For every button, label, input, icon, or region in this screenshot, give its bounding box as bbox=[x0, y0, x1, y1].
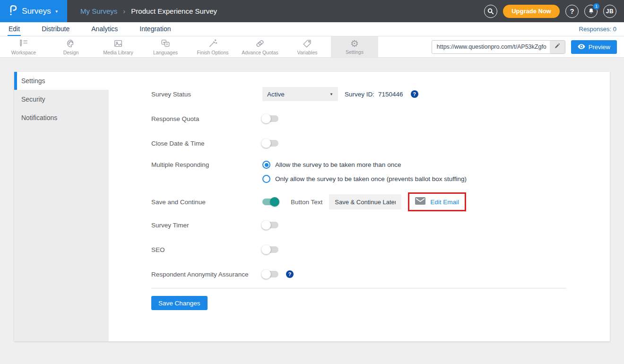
search-button[interactable] bbox=[484, 5, 497, 18]
toggle-knob bbox=[261, 220, 271, 230]
svg-text:A: A bbox=[166, 42, 168, 46]
toolbar-item-languages[interactable]: ★ A Languages bbox=[142, 36, 189, 57]
sidebar-item-settings[interactable]: Settings bbox=[14, 72, 109, 90]
account-avatar[interactable]: JB bbox=[603, 5, 616, 18]
palette-icon bbox=[66, 38, 76, 49]
sidebar-item-notifications[interactable]: Notifications bbox=[14, 108, 109, 127]
survey-status-label: Survey Status bbox=[151, 91, 262, 98]
app-header: Surveys ▼ My Surveys › Product Experienc… bbox=[0, 0, 624, 22]
breadcrumb-my-surveys[interactable]: My Surveys bbox=[80, 7, 117, 15]
survey-id-value: 7150446 bbox=[378, 91, 403, 98]
brand-menu[interactable]: Surveys ▼ bbox=[0, 0, 67, 22]
close-date-time-toggle[interactable] bbox=[262, 140, 278, 147]
tab-analytics[interactable]: Analytics bbox=[90, 22, 119, 36]
breadcrumb-separator: › bbox=[123, 7, 125, 15]
responses-count: Responses: 0 bbox=[579, 22, 617, 36]
toggle-knob bbox=[261, 269, 271, 279]
survey-status-select[interactable]: Active ▼ bbox=[262, 87, 338, 101]
settings-sidebar: Settings Security Notifications bbox=[14, 72, 109, 341]
search-icon bbox=[487, 8, 494, 15]
notifications-button[interactable]: 1 bbox=[584, 5, 598, 18]
close-date-time-label: Close Date & Time bbox=[151, 140, 262, 147]
survey-timer-toggle[interactable] bbox=[262, 222, 278, 228]
header-actions: Upgrade Now ? 1 JB bbox=[484, 0, 624, 22]
tab-edit[interactable]: Edit bbox=[8, 22, 21, 36]
sidebar-item-security[interactable]: Security bbox=[14, 90, 109, 108]
question-icon: ? bbox=[570, 7, 574, 15]
survey-url-input[interactable] bbox=[432, 43, 550, 50]
notification-count-badge: 1 bbox=[593, 3, 600, 10]
edit-email-link[interactable]: Edit Email bbox=[430, 199, 459, 206]
multiple-responding-label: Multiple Responding bbox=[151, 161, 262, 168]
radio-allow-multiple[interactable]: Allow the survey to be taken more than o… bbox=[262, 161, 467, 169]
tab-integration[interactable]: Integration bbox=[139, 22, 172, 36]
product-name: Surveys bbox=[22, 7, 51, 16]
radio-only-once[interactable]: Only allow the survey to be taken once (… bbox=[262, 175, 467, 183]
anonymity-label: Respondent Anonymity Assurance bbox=[151, 271, 262, 278]
row-survey-timer: Survey Timer bbox=[151, 218, 610, 232]
button-text-label: Button Text bbox=[291, 199, 322, 206]
row-survey-status: Survey Status Active ▼ Survey ID: 715044… bbox=[151, 87, 610, 101]
save-changes-button[interactable]: Save Changes bbox=[151, 296, 208, 310]
row-seo: SEO bbox=[151, 243, 610, 257]
toolbar-item-workspace[interactable]: Workspace bbox=[0, 36, 47, 57]
avatar-initials: JB bbox=[606, 8, 614, 15]
response-quota-toggle[interactable] bbox=[262, 115, 278, 122]
seo-label: SEO bbox=[151, 246, 262, 253]
sidebar-filler bbox=[14, 127, 109, 341]
wand-icon bbox=[208, 38, 218, 49]
help-button[interactable]: ? bbox=[565, 5, 579, 18]
edit-email-highlight[interactable]: Edit Email bbox=[408, 192, 466, 211]
survey-timer-label: Survey Timer bbox=[151, 222, 262, 229]
toggle-knob bbox=[261, 245, 271, 254]
gear-icon: ⚙ bbox=[350, 39, 359, 48]
questionpro-logo-icon bbox=[9, 4, 18, 18]
toolbar-right: Preview bbox=[432, 36, 624, 57]
image-icon bbox=[113, 38, 123, 49]
radio-icon[interactable] bbox=[262, 175, 270, 183]
toolbar-item-advance-quotas[interactable]: Advance Quotas bbox=[236, 36, 284, 57]
toolbar-item-design[interactable]: Design bbox=[47, 36, 95, 57]
pencil-icon bbox=[554, 43, 560, 51]
toggle-knob bbox=[270, 197, 279, 207]
preview-button[interactable]: Preview bbox=[571, 40, 617, 54]
anonymity-help-icon[interactable]: ? bbox=[286, 270, 294, 278]
toolbar-item-media-library[interactable]: Media Library bbox=[95, 36, 142, 57]
row-anonymity: Respondent Anonymity Assurance ? bbox=[151, 267, 610, 281]
chevron-down-icon: ▼ bbox=[329, 92, 333, 96]
seo-toggle[interactable] bbox=[262, 246, 278, 253]
save-and-continue-label: Save and Continue bbox=[151, 199, 262, 206]
survey-id-help-icon[interactable]: ? bbox=[411, 90, 418, 98]
edit-toolbar: Workspace Design Media Library ★ A bbox=[0, 36, 624, 58]
toolbar-item-variables[interactable]: Variables bbox=[284, 36, 331, 57]
translate-icon: ★ A bbox=[160, 38, 171, 49]
settings-card: Settings Security Notifications Survey S… bbox=[14, 72, 610, 341]
edit-url-button[interactable] bbox=[550, 41, 565, 53]
form-divider bbox=[151, 288, 566, 288]
toolbar-item-finish-options[interactable]: Finish Options bbox=[189, 36, 236, 57]
workspace-icon bbox=[18, 38, 29, 49]
page-content: Settings Security Notifications Survey S… bbox=[0, 58, 624, 341]
upgrade-now-button[interactable]: Upgrade Now bbox=[503, 5, 560, 18]
survey-url-field bbox=[432, 40, 565, 54]
envelope-icon bbox=[415, 197, 425, 207]
row-save-and-continue: Save and Continue Button Text Edit Email bbox=[151, 192, 610, 211]
row-close-date-time: Close Date & Time bbox=[151, 136, 610, 150]
survey-tab-nav: Edit Distribute Analytics Integration Re… bbox=[0, 22, 624, 36]
response-quota-label: Response Quota bbox=[151, 115, 262, 122]
anonymity-toggle[interactable] bbox=[262, 271, 278, 277]
multiple-responding-options: Allow the survey to be taken more than o… bbox=[262, 161, 467, 183]
row-response-quota: Response Quota bbox=[151, 112, 610, 126]
chain-icon bbox=[255, 38, 265, 49]
radio-icon[interactable] bbox=[262, 161, 270, 169]
eye-icon bbox=[578, 43, 585, 51]
tab-distribute[interactable]: Distribute bbox=[41, 22, 70, 36]
toolbar-item-settings[interactable]: ⚙ Settings bbox=[331, 36, 378, 57]
button-text-input[interactable] bbox=[329, 194, 401, 209]
survey-id-label: Survey ID: bbox=[345, 91, 374, 98]
save-and-continue-toggle[interactable] bbox=[262, 199, 278, 205]
chevron-down-icon: ▼ bbox=[55, 9, 59, 14]
row-multiple-responding: Multiple Responding Allow the survey to … bbox=[151, 161, 610, 183]
breadcrumb-current-survey: Product Experience Survey bbox=[131, 7, 217, 15]
toggle-knob bbox=[261, 114, 271, 123]
